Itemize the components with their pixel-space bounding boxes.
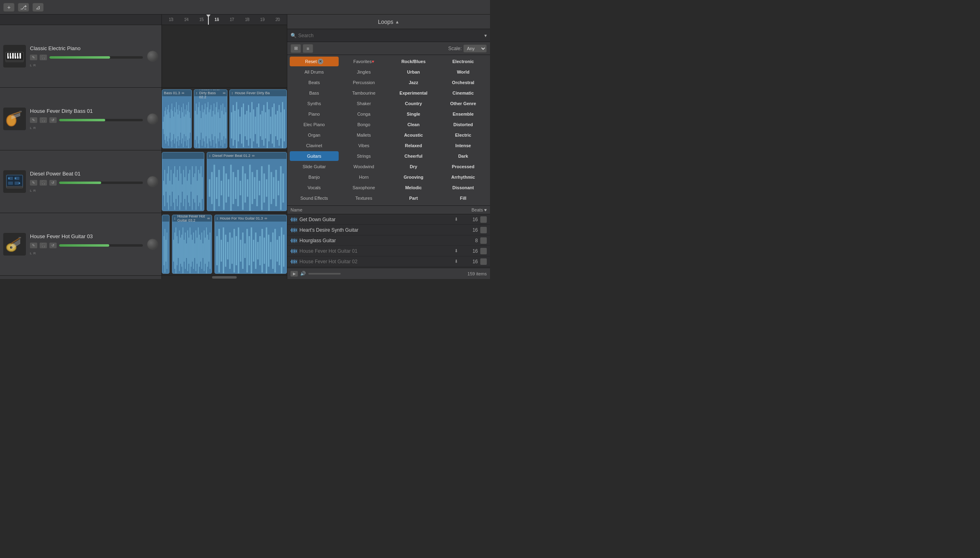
filter-relaxed-button[interactable]: Relaxed xyxy=(389,141,438,150)
play-preview-button[interactable]: ▶ xyxy=(291,271,298,277)
filter-ensemble-button[interactable]: Ensemble xyxy=(439,109,488,119)
track-pan-knob[interactable] xyxy=(147,51,158,62)
filter-cheerful-button[interactable]: Cheerful xyxy=(389,151,438,161)
filter-favorites-button[interactable]: Favorites xyxy=(339,57,388,66)
filter-saxophone-button[interactable]: Saxophone xyxy=(339,183,388,192)
add-track-button[interactable]: + xyxy=(3,3,15,12)
filter-clavinet-button[interactable]: Clavinet xyxy=(290,141,339,150)
edit-icon[interactable]: ✎ xyxy=(30,180,37,186)
audio-clip[interactable] xyxy=(162,215,170,274)
filter-jazz-button[interactable]: Jazz xyxy=(389,78,438,87)
edit-icon[interactable]: ✎ xyxy=(30,117,37,123)
filter-dry-button[interactable]: Dry xyxy=(389,162,438,171)
loops-sort-icon[interactable]: ▲ xyxy=(395,19,399,24)
filter-textures-button[interactable]: Textures xyxy=(339,193,388,203)
result-row[interactable]: House Fever Hot Guitar 02⬇16 xyxy=(287,256,490,267)
filter-clean-button[interactable]: Clean xyxy=(389,120,438,129)
filter-bass-button[interactable]: Bass xyxy=(290,88,339,98)
headphones-icon[interactable]: 🎧 xyxy=(40,55,47,60)
download-icon[interactable]: ⬇ xyxy=(453,258,459,265)
preview-volume-slider[interactable] xyxy=(308,273,341,275)
filter-vocals-button[interactable]: Vocals xyxy=(290,183,339,192)
filter-cinematic-button[interactable]: Cinematic xyxy=(439,88,488,98)
result-row[interactable]: House Fever Hot Guitar 01⬇16 xyxy=(287,246,490,256)
filter-electric-button[interactable]: Electric xyxy=(439,130,488,140)
audio-clip[interactable] xyxy=(162,152,204,211)
filter-melodic-button[interactable]: Melodic xyxy=(389,183,438,192)
filter-shaker-button[interactable]: Shaker xyxy=(339,99,388,108)
filter-single-button[interactable]: Single xyxy=(389,109,438,119)
filter-woodwind-button[interactable]: Woodwind xyxy=(339,162,388,171)
result-row[interactable]: Get Down Guitar⬇16 xyxy=(287,214,490,225)
track-pan-knob[interactable] xyxy=(147,113,158,125)
filter-distorted-button[interactable]: Distorted xyxy=(439,120,488,129)
filter-tambourine-button[interactable]: Tambourine xyxy=(339,88,388,98)
filter-vibes-button[interactable]: Vibes xyxy=(339,141,388,150)
result-checkbox[interactable] xyxy=(480,258,487,265)
audio-clip[interactable]: ↕ House Fever Dirty Bass 02.2 ∞ xyxy=(194,89,227,148)
filter-organ-button[interactable]: Organ xyxy=(290,130,339,140)
filter-synths-button[interactable]: Synths xyxy=(290,99,339,108)
result-checkbox[interactable] xyxy=(480,227,487,233)
audio-clip[interactable]: ↕ House For You Guitar 01.3 ∞ xyxy=(214,215,287,274)
grid-view-button[interactable]: ⊞ xyxy=(291,44,301,53)
filter-dissonant-button[interactable]: Dissonant xyxy=(439,183,488,192)
audio-clip[interactable]: ↕ House Fever Dirty Ba xyxy=(229,89,287,148)
result-row[interactable]: Heart's Desire Synth Guitar16 xyxy=(287,225,490,235)
headphones-icon[interactable]: 🎧 xyxy=(40,243,47,248)
search-dropdown-icon[interactable]: ▾ xyxy=(484,33,487,38)
loop-icon[interactable]: ↺ xyxy=(49,180,57,186)
download-icon[interactable]: ⬇ xyxy=(453,248,459,254)
track-volume[interactable] xyxy=(59,182,143,184)
filter-jingles-button[interactable]: Jingles xyxy=(339,67,388,77)
filter-horn-button[interactable]: Horn xyxy=(339,172,388,182)
filter-intense-button[interactable]: Intense xyxy=(439,141,488,150)
track-pan-knob[interactable] xyxy=(147,239,158,250)
headphones-icon[interactable]: 🎧 xyxy=(40,180,47,186)
filter-percussion-button[interactable]: Percussion xyxy=(339,78,388,87)
filter-fill-button[interactable]: Fill xyxy=(439,193,488,203)
audio-clip[interactable]: ↕ House Fever Hot Guitar 03.2 ∞ xyxy=(172,215,212,274)
result-checkbox[interactable] xyxy=(480,237,487,244)
route-button[interactable]: ⎇ xyxy=(18,3,29,12)
filter-grooving-button[interactable]: Grooving xyxy=(389,172,438,182)
filter-bongo-button[interactable]: Bongo xyxy=(339,120,388,129)
filter-processed-button[interactable]: Processed xyxy=(439,162,488,171)
horizontal-scrollbar[interactable] xyxy=(162,275,287,279)
edit-icon[interactable]: ✎ xyxy=(30,55,37,60)
filter-beats-button[interactable]: Beats xyxy=(290,78,339,87)
filter-strings-button[interactable]: Strings xyxy=(339,151,388,161)
scale-select[interactable]: Any Major Minor xyxy=(463,44,487,53)
headphones-icon[interactable]: 🎧 xyxy=(40,117,47,123)
result-checkbox[interactable] xyxy=(480,248,487,254)
filter-elec-piano-button[interactable]: Elec Piano xyxy=(290,120,339,129)
loop-icon[interactable]: ↺ xyxy=(49,117,57,123)
track-volume[interactable] xyxy=(59,244,143,247)
edit-icon[interactable]: ✎ xyxy=(30,243,37,248)
filter-all-drums-button[interactable]: All Drums xyxy=(290,67,339,77)
filter-sound-effects-button[interactable]: Sound Effects xyxy=(290,193,339,203)
filter-arrhythmic-button[interactable]: Arrhythmic xyxy=(439,172,488,182)
download-icon[interactable]: ⬇ xyxy=(453,216,459,223)
filter-slide-guitar-button[interactable]: Slide Guitar xyxy=(290,162,339,171)
filter-banjo-button[interactable]: Banjo xyxy=(290,172,339,182)
filter-reset-button[interactable]: Reset ✕ xyxy=(290,57,339,66)
loop-icon[interactable]: ↺ xyxy=(49,243,57,248)
track-pan-knob[interactable] xyxy=(147,176,158,187)
filter-world-button[interactable]: World xyxy=(439,67,488,77)
filter-acoustic-button[interactable]: Acoustic xyxy=(389,130,438,140)
filter-piano-button[interactable]: Piano xyxy=(290,109,339,119)
loops-search-input[interactable] xyxy=(298,33,483,38)
filter-experimental-button[interactable]: Experimental xyxy=(389,88,438,98)
audio-clip[interactable]: ↕ Diesel Power Beat 01.2 ∞ xyxy=(207,152,287,211)
track-volume[interactable] xyxy=(49,56,143,59)
filter-country-button[interactable]: Country xyxy=(389,99,438,108)
filter-conga-button[interactable]: Conga xyxy=(339,109,388,119)
result-checkbox[interactable] xyxy=(480,216,487,223)
list-view-button[interactable]: ≡ xyxy=(303,44,313,53)
filter-part-button[interactable]: Part xyxy=(389,193,438,203)
filter-rock-blues-button[interactable]: Rock/Blues xyxy=(389,57,438,66)
sort-icon[interactable]: ♥ xyxy=(484,207,487,212)
audio-clip[interactable]: Bass 01.3 ∞ xyxy=(162,89,192,148)
filter-orchestral-button[interactable]: Orchestral xyxy=(439,78,488,87)
